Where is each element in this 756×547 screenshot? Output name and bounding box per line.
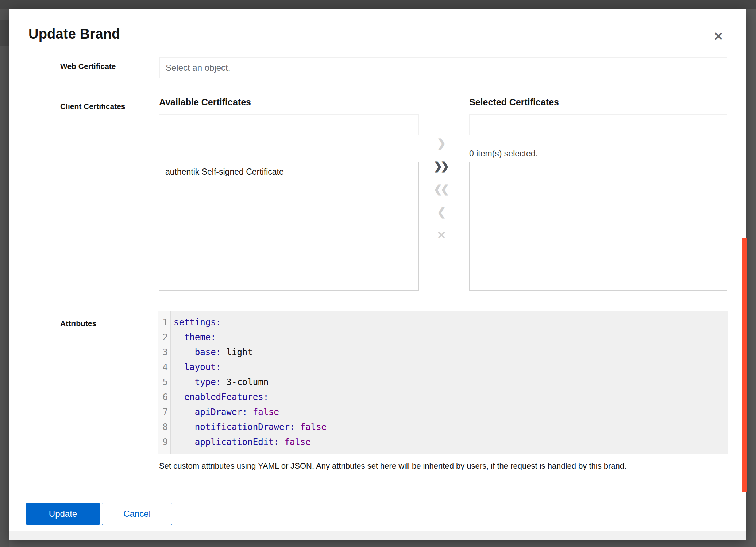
available-certificates-list: authentik Self-signed Certificate bbox=[159, 162, 419, 291]
selected-certificates-heading: Selected Certificates bbox=[469, 97, 559, 108]
move-selected-left-icon: ❮ bbox=[431, 205, 452, 220]
screen: Update Brand ✕ Web Certificate Client Ce… bbox=[0, 0, 756, 547]
remove-all-icon: ✕ bbox=[431, 228, 452, 243]
code-line: apiDrawer: false bbox=[174, 405, 327, 420]
cancel-button[interactable]: Cancel bbox=[102, 503, 172, 525]
selected-search bbox=[469, 114, 727, 135]
code-content[interactable]: settings: theme: base: light layout: typ… bbox=[171, 311, 327, 454]
code-line: enabledFeatures: bbox=[174, 390, 327, 405]
background-seam bbox=[0, 71, 9, 71]
web-certificate-input[interactable] bbox=[159, 57, 727, 78]
modal-footer-strip bbox=[9, 531, 746, 540]
code-line: type: 3-column bbox=[174, 375, 327, 390]
dual-list-controls: ❯❯❯❮❮❮✕ bbox=[427, 136, 456, 243]
move-all-left-icon: ❮❮ bbox=[431, 182, 452, 197]
selected-search-input[interactable] bbox=[469, 114, 727, 135]
code-line: notificationDrawer: false bbox=[174, 420, 327, 435]
background-topbar bbox=[0, 0, 756, 9]
background-sidebar-block bbox=[0, 20, 9, 46]
attributes-help-text: Set custom attributes using YAML or JSON… bbox=[159, 461, 714, 471]
code-line-numbers: 123456789 bbox=[158, 311, 171, 454]
update-brand-modal: Update Brand ✕ Web Certificate Client Ce… bbox=[9, 9, 746, 540]
code-line: applicationEdit: false bbox=[174, 435, 327, 450]
close-icon[interactable]: ✕ bbox=[710, 28, 727, 45]
client-certificates-label: Client Certificates bbox=[60, 102, 126, 111]
update-button[interactable]: Update bbox=[26, 503, 100, 525]
attributes-code-editor[interactable]: 123456789 settings: theme: base: light l… bbox=[158, 311, 728, 454]
code-line: settings: bbox=[174, 315, 327, 330]
available-certificates-heading: Available Certificates bbox=[159, 97, 251, 108]
background-sidebar-edge bbox=[0, 9, 9, 547]
modal-title: Update Brand bbox=[28, 26, 120, 42]
modal-scrollbar-thumb[interactable] bbox=[742, 238, 747, 492]
selected-certificates-list bbox=[469, 162, 727, 291]
selected-count-status: 0 item(s) selected. bbox=[469, 149, 538, 159]
available-search bbox=[159, 114, 419, 135]
move-all-right-icon[interactable]: ❯❯ bbox=[431, 159, 452, 174]
code-line: theme: bbox=[174, 330, 327, 345]
certificate-list-item[interactable]: authentik Self-signed Certificate bbox=[159, 162, 418, 182]
attributes-label: Attributes bbox=[60, 319, 96, 328]
available-search-input[interactable] bbox=[159, 114, 419, 135]
move-selected-right-icon: ❯ bbox=[431, 136, 452, 151]
web-certificate-label: Web Certificate bbox=[60, 62, 116, 71]
code-line: base: light bbox=[174, 345, 327, 360]
code-line: layout: bbox=[174, 360, 327, 375]
